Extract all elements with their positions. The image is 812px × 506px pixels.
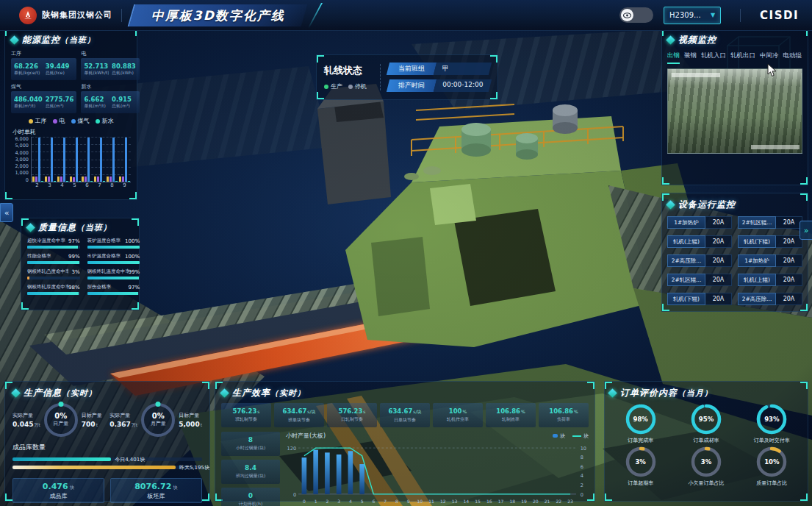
- metric-unit: s: [257, 409, 259, 414]
- device-status-item: 轧机(上辊)20A: [667, 235, 732, 248]
- expand-device-panel-button[interactable]: »: [800, 221, 812, 240]
- svg-text:13: 13: [452, 499, 458, 504]
- metric-value: 100%: [449, 407, 467, 415]
- bar: [94, 177, 96, 182]
- legend-stopped: 停机: [348, 82, 367, 90]
- quality-item-percent: 3%: [71, 269, 79, 275]
- orders-panel-title: 订单评价内容: [620, 388, 678, 398]
- video-tab-4[interactable]: 轧机出口: [730, 51, 755, 64]
- bar: [57, 177, 60, 182]
- svg-text:19: 19: [521, 499, 527, 504]
- y-tick-label: 5,000: [11, 143, 31, 149]
- metric-value: 576.23s: [233, 407, 260, 415]
- efficiency-metric-card: 106.86%负荷率: [539, 403, 589, 427]
- progress-ring: 0%日产量: [44, 403, 78, 437]
- svg-text:9: 9: [407, 499, 410, 504]
- quality-item-percent: 100%: [125, 254, 140, 260]
- metric-label: 日轧制节奏: [341, 416, 363, 423]
- efficiency-metric-card: 576.23s日轧制节奏: [327, 403, 377, 427]
- svg-text:18: 18: [509, 499, 515, 504]
- bar: [45, 177, 47, 182]
- quality-item: 装炉温度合格率100%: [87, 238, 140, 249]
- bar-group: [107, 137, 118, 182]
- line-legend-icon: [572, 435, 581, 437]
- quality-item-label: 钢板终轧凸度命中率: [27, 268, 68, 275]
- bar: [97, 177, 99, 182]
- quality-progress-fill: [87, 261, 140, 264]
- energy-metric: 39.449总耗(tce): [46, 60, 74, 78]
- device-name-chip: 2#轧区辊...: [667, 274, 705, 286]
- legend-label: 电: [60, 117, 65, 125]
- metric-value: 634.67s/块: [389, 407, 422, 416]
- card-value: 8076.72块: [134, 482, 178, 491]
- energy-plot: [31, 137, 131, 182]
- video-feed-thumbnail[interactable]: [667, 68, 802, 154]
- efficiency-metric-card: 106.86%轧制效率: [486, 403, 536, 427]
- energy-metric-label: 总耗(kWh): [112, 70, 137, 76]
- inventory-bars: 今日4,401块昨天5,195块: [12, 455, 202, 471]
- page-title-plate: 中厚板3D数字化产线: [128, 4, 308, 26]
- svg-text:12: 12: [440, 499, 446, 504]
- ring-name: 日产量: [53, 420, 68, 427]
- quality-panel-title: 质量信息: [38, 222, 76, 232]
- energy-metric: 80.883总耗(kWh): [112, 60, 137, 78]
- inventory-bar-label: 昨天5,195块: [179, 464, 209, 471]
- energy-metric-label: 总耗(m³): [46, 103, 74, 110]
- energy-yticks: 6,0005,0004,0003,0002,0001,0000: [11, 137, 31, 182]
- inventory-bar-label: 今日4,401块: [115, 456, 145, 463]
- video-tab-3[interactable]: 轧机入口: [701, 51, 726, 64]
- quality-progress-track: [27, 246, 80, 249]
- output-chart-title: 小时产量(大板): [286, 432, 326, 440]
- quality-progress-fill: [87, 292, 138, 295]
- video-camera-tabs: 出钢装钢轧机入口轧机出口中间冷电动辊: [667, 51, 802, 64]
- legend-item: 电: [53, 117, 65, 125]
- video-tab-5[interactable]: 中间冷: [760, 51, 779, 64]
- svg-text:17: 17: [498, 499, 504, 504]
- visibility-toggle[interactable]: [619, 7, 653, 23]
- energy-metric-value: 6.662: [84, 96, 109, 103]
- bar: [32, 177, 35, 182]
- bar-legend-icon: [553, 434, 558, 438]
- gridline: [32, 182, 131, 182]
- svg-text:2: 2: [581, 482, 583, 488]
- video-tab-6[interactable]: 电动辊: [783, 51, 802, 64]
- quality-item-percent: 98%: [68, 285, 80, 291]
- quality-progress-fill: [27, 277, 29, 279]
- bar: [41, 181, 43, 182]
- x-tick-label: 8: [110, 182, 113, 188]
- video-panel-title: 视频监控: [678, 34, 716, 46]
- energy-metric: 486.040单耗(m³/t): [14, 93, 43, 111]
- energy-groups: 工序68.226单耗(kgce/t)39.449总耗(tce)电52.713单耗…: [5, 49, 137, 113]
- metric-value: 106.86%: [496, 407, 525, 415]
- device-status-item: 轧机(上辊)20A: [738, 274, 802, 286]
- energy-metric-value: 52.713: [84, 63, 109, 70]
- plan-select-dropdown[interactable]: H2309... ▼: [664, 7, 721, 24]
- target-output-label: 目标产量: [179, 412, 202, 419]
- collapse-left-panel-button[interactable]: «: [0, 203, 13, 222]
- bar: [35, 177, 37, 182]
- svg-text:16: 16: [486, 499, 492, 504]
- quality-item-top: 钢板终轧凸度命中率3%: [27, 268, 80, 275]
- device-current-value: 20A: [776, 274, 802, 286]
- metric-label: 轧机作业率: [447, 416, 469, 423]
- efficiency-metric-card: 576.23s班轧制节奏: [221, 403, 271, 427]
- video-panel-header: 视频监控: [667, 30, 802, 49]
- device-current-value: 20A: [776, 254, 802, 267]
- video-tab-2[interactable]: 装钢: [684, 51, 697, 64]
- svg-text:5: 5: [361, 499, 364, 504]
- energy-chart: 6,0005,0004,0003,0002,0001,0000: [5, 137, 137, 182]
- quality-item-label: 钢板终轧厚度命中率: [27, 284, 68, 291]
- device-current-value: 20A: [705, 274, 732, 286]
- bar: [54, 181, 56, 182]
- card-unit: 块: [70, 485, 75, 491]
- bar: [107, 177, 109, 182]
- actual-output-value: 0.367万t: [109, 421, 137, 429]
- ring-dot-icon: [58, 402, 63, 407]
- side-card-label: 班均过钢量(块): [236, 473, 266, 480]
- company-logo-icon: [19, 7, 37, 24]
- x-tick-label: 9: [123, 182, 126, 188]
- order-ring-gauge: 10%: [755, 446, 788, 478]
- video-tab-1[interactable]: 出钢: [667, 51, 680, 64]
- actual-output: 实际产量0.367万t: [109, 412, 137, 429]
- bar: [119, 177, 121, 182]
